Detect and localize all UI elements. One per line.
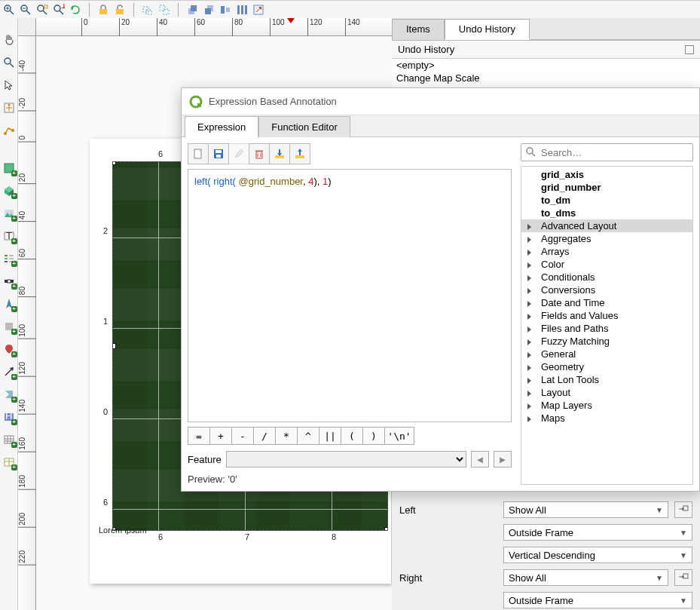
ungroup-icon[interactable] [158,4,170,16]
add-arrow-icon[interactable] [2,365,16,379]
undo-entry[interactable]: Change Map Scale [392,72,700,84]
add-marker-icon[interactable] [2,342,16,356]
op-equals[interactable]: = [188,427,210,445]
op-power[interactable]: ^ [297,427,319,445]
right-override-button[interactable] [674,569,692,586]
func-item[interactable]: grid_number [521,181,692,194]
save-icon[interactable] [208,143,229,164]
function-tree[interactable]: grid_axis grid_number to_dm to_dms Advan… [521,166,693,485]
add-north-arrow-icon[interactable] [2,297,16,311]
pan-icon[interactable] [2,33,16,47]
feature-next-button[interactable]: ► [494,451,512,467]
feature-combo[interactable] [226,451,466,467]
add-html-icon[interactable]: HTML [2,410,16,424]
func-group[interactable]: Aggregates [521,232,692,245]
function-search-input[interactable] [541,147,688,158]
func-group[interactable]: Date and Time [521,296,692,309]
undo-entry[interactable]: <empty> [392,59,700,72]
add-label-icon[interactable]: T [2,229,16,243]
zoom-in-icon[interactable] [3,4,15,16]
op-multiply[interactable]: * [275,427,298,445]
func-group[interactable]: Fuzzy Matching [521,335,692,348]
func-group[interactable]: Advanced Layout [521,219,692,232]
group-icon[interactable] [142,4,154,16]
func-group[interactable]: Geometry [521,360,692,373]
svg-rect-9 [44,5,47,8]
new-file-icon[interactable] [188,143,209,164]
raise-icon[interactable] [186,4,198,16]
panel-detach-icon[interactable] [685,45,694,54]
op-divide[interactable]: / [253,427,276,445]
op-plus[interactable]: + [209,427,232,445]
tab-undo-history[interactable]: Undo History [445,19,530,40]
unlock-icon[interactable] [114,4,126,16]
svg-point-10 [54,5,60,11]
left-direction-combo[interactable]: Vertical Descending▼ [503,547,692,563]
expression-editor[interactable]: left( right( @grid_number, 4), 1) [188,169,512,422]
func-group[interactable]: Conversions [521,284,692,296]
edit-icon[interactable] [228,143,249,164]
refresh-icon[interactable] [69,4,81,16]
lower-icon[interactable] [203,4,215,16]
op-rparen[interactable]: ) [362,427,385,445]
add-legend-icon[interactable] [2,252,16,265]
func-group[interactable]: Files and Paths [521,322,692,335]
func-group[interactable]: Arrays [521,245,692,258]
svg-line-8 [43,11,47,14]
zoom-out-icon[interactable] [20,4,32,16]
func-item[interactable]: to_dms [521,207,692,219]
add-scalebar-icon[interactable] [2,274,16,288]
svg-point-31 [5,58,11,64]
add-map-icon[interactable] [2,161,16,175]
func-group[interactable]: Layout [521,386,692,399]
op-lparen[interactable]: ( [341,427,363,445]
func-group[interactable]: Lat Lon Tools [521,373,692,386]
func-group[interactable]: General [521,348,692,360]
right-show-combo[interactable]: Show All▼ [503,569,668,586]
preview-row: Preview: '0' [188,474,512,485]
tab-function-editor[interactable]: Function Editor [258,116,350,137]
export-icon[interactable] [289,143,310,164]
move-content-icon[interactable] [2,101,16,115]
add-table-icon[interactable] [2,433,16,446]
add-fixedtable-icon[interactable] [2,455,16,469]
left-show-combo[interactable]: Show All▼ [503,501,668,518]
zoom-full-icon[interactable] [36,4,48,16]
func-group[interactable]: Color [521,258,692,271]
func-group[interactable]: Maps [521,412,692,425]
edit-nodes-icon[interactable] [2,124,16,137]
feature-prev-button[interactable]: ◄ [471,451,489,467]
func-item[interactable]: to_dm [521,194,692,207]
op-concat[interactable]: || [319,427,341,445]
left-override-button[interactable] [674,501,692,518]
tab-expression[interactable]: Expression [185,116,258,137]
func-item[interactable]: grid_axis [521,168,692,181]
delete-icon[interactable] [249,143,270,164]
align-icon[interactable] [219,4,231,16]
svg-line-32 [10,63,14,67]
svg-text:1:1: 1:1 [61,4,65,11]
import-icon[interactable] [269,143,290,164]
lock-icon[interactable] [97,4,109,16]
zoom-icon[interactable] [2,56,16,69]
func-group[interactable]: Conditionals [521,271,692,284]
left-position-combo[interactable]: Outside Frame▼ [503,524,692,541]
add-image-icon[interactable] [2,207,16,220]
svg-rect-26 [237,5,240,14]
svg-rect-28 [245,5,247,14]
func-group[interactable]: Fields and Values [521,309,692,322]
undo-list[interactable]: <empty> Change Map Scale [392,59,700,89]
add-nodeitem-icon[interactable] [2,388,16,401]
select-icon[interactable] [2,78,16,92]
add-shape-icon[interactable] [2,320,16,333]
op-minus[interactable]: - [231,427,254,445]
right-position-combo[interactable]: Outside Frame▼ [503,592,692,608]
op-newline[interactable]: '\n' [384,427,414,445]
add-3dmap-icon[interactable] [2,184,16,198]
func-group[interactable]: Map Layers [521,399,692,412]
zoom-actual-icon[interactable]: 1:1 [53,4,65,16]
function-search[interactable] [521,143,693,161]
distribute-icon[interactable] [236,4,248,16]
resize-icon[interactable] [252,4,264,16]
tab-items[interactable]: Items [392,19,445,40]
